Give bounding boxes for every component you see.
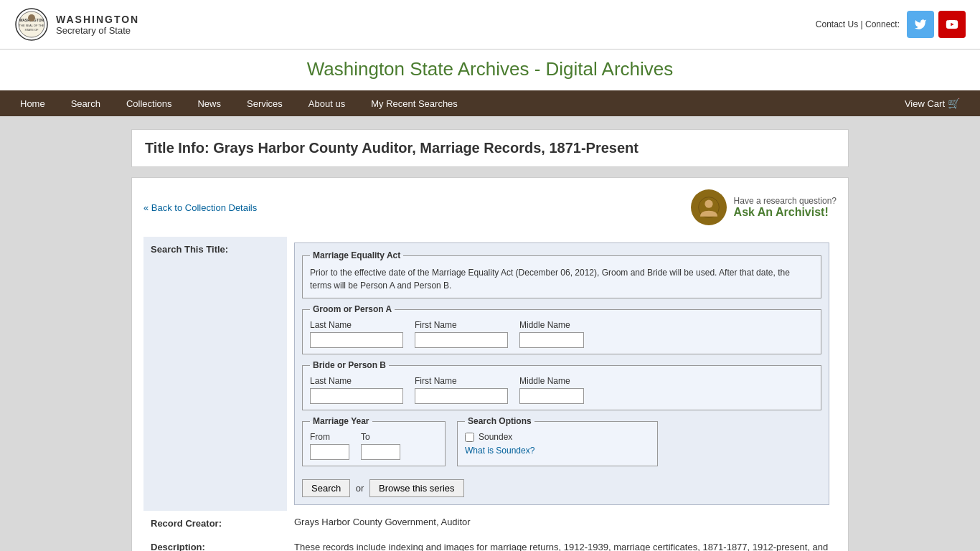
archivist-cta[interactable]: Ask An Archivist! (734, 206, 837, 219)
search-btn-row: Search or Browse this series (302, 479, 821, 497)
groom-middle-name-label: Middle Name (519, 320, 584, 330)
year-inner: From To (310, 432, 438, 460)
archivist-prompt: Have a research question? (734, 196, 837, 206)
nav-services[interactable]: Services (234, 91, 296, 116)
cart-label: View Cart (905, 98, 945, 109)
bride-middle-name-group: Middle Name (519, 376, 584, 404)
description-row: Description: These records include index… (143, 534, 837, 551)
bride-first-name-input[interactable] (415, 388, 508, 404)
search-label: Search This Title: (143, 237, 287, 511)
search-options-legend: Search Options (465, 416, 534, 426)
groom-first-name-group: First Name (415, 320, 508, 348)
description-para1: These records include indexing and image… (294, 540, 829, 551)
nav-home[interactable]: Home (7, 91, 58, 116)
nav-about[interactable]: About us (296, 91, 358, 116)
bride-middle-name-label: Middle Name (519, 376, 584, 386)
marriage-equality-fieldset: Marriage Equality Act Prior to the effec… (302, 250, 821, 298)
contact-connect-text: Contact Us | Connect: (816, 19, 900, 29)
info-table: Search This Title: Marriage Equality Act… (143, 237, 837, 551)
soundex-label: Soundex (479, 432, 512, 442)
archivist-box: Have a research question? Ask An Archivi… (691, 189, 837, 225)
nav-recent-searches[interactable]: My Recent Searches (358, 91, 471, 116)
bride-last-name-label: Last Name (310, 376, 403, 386)
marriage-equality-legend: Marriage Equality Act (310, 250, 403, 260)
logo-text: WASHINGTON Secretary of State (56, 14, 139, 36)
record-creator-row: Record Creator: Grays Harbor County Gove… (143, 511, 837, 534)
what-is-soundex-link[interactable]: What is Soundex? (465, 446, 534, 456)
title-box: Title Info: Grays Harbor County Auditor,… (131, 129, 849, 167)
record-creator-label: Record Creator: (143, 511, 287, 534)
bride-last-name-input[interactable] (310, 388, 403, 404)
site-title: Washington State Archives - Digital Arch… (0, 58, 980, 80)
search-options-fieldset: Search Options Soundex What is Soundex? (457, 416, 658, 466)
nav-search[interactable]: Search (58, 91, 113, 116)
cart-icon: 🛒 (948, 98, 960, 109)
page-title: Title Info: Grays Harbor County Auditor,… (145, 140, 835, 156)
archivist-text: Have a research question? Ask An Archivi… (734, 196, 837, 219)
wa-seal-icon: WASHINGTON THE SEAL OF THE STATE OF (14, 7, 49, 42)
nav-view-cart[interactable]: View Cart 🛒 (892, 90, 973, 116)
groom-field-row: Last Name First Name Middle Name (310, 320, 814, 348)
year-from-input[interactable] (310, 444, 349, 460)
groom-middle-name-group: Middle Name (519, 320, 584, 348)
bride-first-name-label: First Name (415, 376, 508, 386)
nav-left: Home Search Collections News Services Ab… (7, 91, 471, 116)
search-form-area: Marriage Equality Act Prior to the effec… (294, 242, 829, 505)
soundex-row: Soundex (465, 432, 650, 442)
contact-us-link[interactable]: Contact Us (816, 19, 858, 29)
search-button[interactable]: Search (302, 479, 350, 497)
svg-text:THE SEAL OF THE: THE SEAL OF THE (19, 24, 44, 27)
marriage-year-fieldset: Marriage Year From To (302, 416, 446, 466)
wa-state-subtitle: Secretary of State (56, 25, 139, 36)
nav-right: View Cart 🛒 (892, 90, 973, 116)
svg-point-5 (28, 14, 35, 22)
year-to-input[interactable] (361, 444, 400, 460)
pipe-separator: | (861, 19, 863, 29)
nav-news[interactable]: News (184, 91, 234, 116)
svg-point-8 (705, 200, 712, 208)
page-content: Title Info: Grays Harbor County Auditor,… (131, 129, 849, 551)
archivist-icon (691, 189, 727, 225)
main-content: « Back to Collection Details Have a rese… (131, 177, 849, 551)
back-archivist-row: « Back to Collection Details Have a rese… (143, 189, 837, 225)
groom-last-name-input[interactable] (310, 332, 403, 348)
record-creator-value: Grays Harbor County Government, Auditor (287, 511, 837, 534)
nav-collections[interactable]: Collections (113, 91, 185, 116)
groom-first-name-label: First Name (415, 320, 508, 330)
svg-text:STATE OF: STATE OF (25, 28, 39, 32)
bride-middle-name-input[interactable] (519, 388, 584, 404)
description-content: These records include indexing and image… (287, 534, 837, 551)
wa-state-title: WASHINGTON (56, 14, 139, 25)
logo-area: WASHINGTON THE SEAL OF THE STATE OF WASH… (14, 7, 139, 42)
groom-fieldset: Groom or Person A Last Name First Name (302, 304, 821, 354)
year-from-group: From (310, 432, 349, 460)
search-row: Search This Title: Marriage Equality Act… (143, 237, 837, 511)
browse-series-button[interactable]: Browse this series (369, 479, 463, 497)
marriage-equality-text: Prior to the effective date of the Marri… (310, 266, 814, 292)
groom-middle-name-input[interactable] (519, 332, 584, 348)
bride-field-row: Last Name First Name Middle Name (310, 376, 814, 404)
connect-label: Connect: (865, 19, 900, 29)
bride-legend: Bride or Person B (310, 360, 389, 370)
description-label: Description: (143, 534, 287, 551)
header-right: Contact Us | Connect: (816, 11, 966, 38)
back-to-collection-link[interactable]: « Back to Collection Details (143, 202, 257, 213)
groom-last-name-group: Last Name (310, 320, 403, 348)
bride-fieldset: Bride or Person B Last Name First Name (302, 360, 821, 410)
year-to-group: To (361, 432, 400, 460)
social-icons (907, 11, 966, 38)
groom-first-name-input[interactable] (415, 332, 508, 348)
marriage-year-legend: Marriage Year (310, 416, 372, 426)
top-header: WASHINGTON THE SEAL OF THE STATE OF WASH… (0, 0, 980, 50)
year-to-label: To (361, 432, 400, 442)
groom-legend: Groom or Person A (310, 304, 395, 314)
year-from-label: From (310, 432, 349, 442)
soundex-checkbox[interactable] (465, 433, 474, 442)
groom-last-name-label: Last Name (310, 320, 403, 330)
youtube-icon[interactable] (938, 11, 966, 38)
search-form-cell: Marriage Equality Act Prior to the effec… (287, 237, 837, 511)
twitter-icon[interactable] (907, 11, 934, 38)
main-nav: Home Search Collections News Services Ab… (0, 90, 980, 116)
year-options-row: Marriage Year From To (302, 416, 821, 472)
site-title-bar: Washington State Archives - Digital Arch… (0, 50, 980, 90)
